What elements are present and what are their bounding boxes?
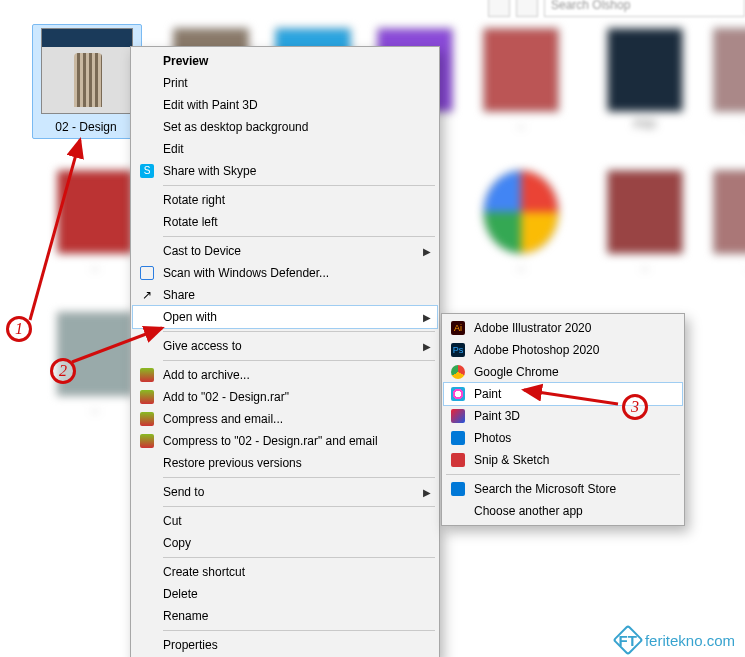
chevron-right-icon: ▶ [419,246,431,257]
openwith-photos[interactable]: Photos [444,427,682,449]
menu-cast-to-device[interactable]: Cast to Device▶ [133,240,437,262]
paint-icon [448,386,468,402]
watermark-text: feritekno.com [645,632,735,649]
file-thumb[interactable]: ... [476,170,566,272]
annotation-arrow-3 [518,386,628,416]
annotation-arrow-2 [72,322,182,372]
svg-line-2 [524,390,618,404]
menu-separator [163,236,435,237]
annotation-circle-2: 2 [50,358,76,384]
refresh-button[interactable] [516,0,538,17]
photoshop-icon: Ps [448,342,468,358]
menu-send-to[interactable]: Send to▶ [133,481,437,503]
menu-share-skype[interactable]: SShare with Skype [133,160,437,182]
photos-icon [448,430,468,446]
paint3d-icon [448,408,468,424]
winrar-icon [137,433,157,449]
menu-cut[interactable]: Cut [133,510,437,532]
menu-delete[interactable]: Delete [133,583,437,605]
open-with-submenu: AiAdobe Illustrator 2020 PsAdobe Photosh… [441,313,685,526]
menu-create-shortcut[interactable]: Create shortcut [133,561,437,583]
menu-separator [163,360,435,361]
snip-icon [448,452,468,468]
chevron-right-icon: ▶ [419,341,431,352]
illustrator-icon: Ai [448,320,468,336]
menu-separator [163,477,435,478]
menu-separator [163,506,435,507]
openwith-choose[interactable]: Choose another app [444,500,682,522]
watermark: FT feritekno.com [617,629,735,651]
menu-rotate-left[interactable]: Rotate left [133,211,437,233]
defender-icon [137,265,157,281]
openwith-illustrator[interactable]: AiAdobe Illustrator 2020 [444,317,682,339]
annotation-circle-1: 1 [6,316,32,342]
menu-edit-paint3d[interactable]: Edit with Paint 3D [133,94,437,116]
openwith-photoshop[interactable]: PsAdobe Photoshop 2020 [444,339,682,361]
nav-button[interactable] [488,0,510,17]
file-thumbnail-image [41,28,133,114]
file-thumb[interactable]: ... [706,28,745,130]
menu-preview[interactable]: Preview [133,50,437,72]
skype-icon: S [137,163,157,179]
toolbar-fragment: Search Olshop [488,0,745,18]
openwith-store[interactable]: Search the Microsoft Store [444,478,682,500]
menu-restore-versions[interactable]: Restore previous versions [133,452,437,474]
annotation-arrow-1 [20,130,120,330]
chevron-right-icon: ▶ [419,487,431,498]
menu-separator [446,474,680,475]
menu-share[interactable]: ↗Share [133,284,437,306]
menu-compress-rar-email[interactable]: Compress to "02 - Design.rar" and email [133,430,437,452]
menu-set-background[interactable]: Set as desktop background [133,116,437,138]
share-icon: ↗ [137,287,157,303]
watermark-logo-icon: FT [612,624,643,655]
annotation-circle-3: 3 [622,394,648,420]
search-input[interactable]: Search Olshop [544,0,745,17]
menu-separator [163,331,435,332]
menu-copy[interactable]: Copy [133,532,437,554]
chrome-icon [448,364,468,380]
winrar-icon [137,389,157,405]
menu-add-to-rar[interactable]: Add to "02 - Design.rar" [133,386,437,408]
openwith-chrome[interactable]: Google Chrome [444,361,682,383]
file-thumb[interactable]: ... [476,28,566,130]
file-thumb[interactable]: ... [600,170,690,272]
menu-compress-email[interactable]: Compress and email... [133,408,437,430]
menu-properties[interactable]: Properties [133,634,437,656]
svg-line-0 [30,140,80,320]
store-icon [448,481,468,497]
file-thumb[interactable]: PSD [600,28,690,130]
svg-line-1 [72,328,162,362]
file-thumb[interactable]: ... [706,170,745,272]
winrar-icon [137,411,157,427]
menu-edit[interactable]: Edit [133,138,437,160]
menu-windows-defender[interactable]: Scan with Windows Defender... [133,262,437,284]
openwith-snip[interactable]: Snip & Sketch [444,449,682,471]
chevron-right-icon: ▶ [419,312,431,323]
menu-separator [163,630,435,631]
menu-separator [163,185,435,186]
menu-separator [163,557,435,558]
menu-print[interactable]: Print [133,72,437,94]
menu-rename[interactable]: Rename [133,605,437,627]
file-thumb-selected[interactable]: 02 - Design [32,24,142,139]
menu-rotate-right[interactable]: Rotate right [133,189,437,211]
